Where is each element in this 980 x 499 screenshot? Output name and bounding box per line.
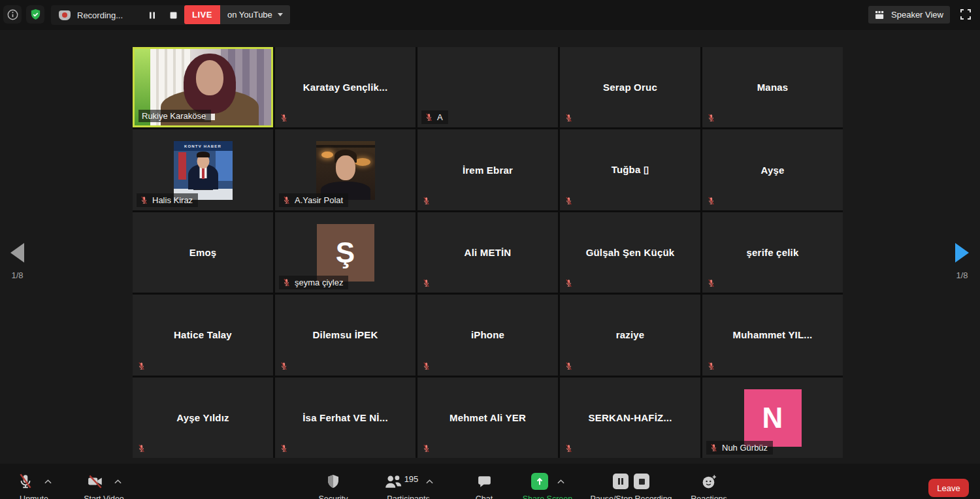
participant-tile[interactable]: N Nuh Gürbüz (702, 378, 843, 458)
speaker-view-button[interactable]: Speaker View (868, 6, 950, 24)
recording-icon (59, 10, 71, 20)
participant-name: Gülşah Şen Küçük (560, 212, 700, 293)
participant-tile[interactable]: Emoş (133, 212, 273, 293)
participant-name: Ayşe (702, 129, 843, 210)
chevron-up-icon[interactable] (114, 479, 122, 484)
live-destination-dropdown[interactable]: on YouTube (220, 5, 290, 24)
participant-name: raziye (560, 295, 700, 375)
participant-tile[interactable]: raziye (560, 295, 700, 375)
participant-avatar: Ş (317, 224, 374, 282)
participant-tile[interactable]: A (417, 47, 558, 127)
fullscreen-button[interactable] (959, 8, 972, 21)
participant-name: İrem Ebrar (417, 129, 558, 210)
participant-tile[interactable]: Ayşe (702, 129, 843, 210)
participant-tile[interactable]: İsa Ferhat VE Nİ... (275, 378, 416, 458)
participant-tile[interactable]: Mehmet Ali YER (417, 378, 558, 458)
muted-mic-icon (707, 361, 715, 371)
participant-name-label: Rukiye Karaköse (139, 110, 211, 122)
participants-count: 195 (404, 474, 419, 484)
share-screen-button[interactable]: Share Screen (511, 472, 584, 499)
encryption-status-button[interactable] (26, 5, 44, 24)
next-page-button[interactable]: 1/8 (955, 243, 969, 280)
recording-label: Recording... (77, 10, 123, 20)
recording-indicator: Recording... (51, 5, 188, 25)
unmute-button[interactable]: Unmute (0, 472, 68, 499)
participant-name: şerife çelik (702, 212, 843, 293)
participant-name: Mehmet Ali YER (417, 378, 558, 458)
muted-mic-icon (564, 361, 573, 371)
participant-tile[interactable]: Dilemsu İPEK (275, 295, 416, 375)
pause-stop-recording-control: Pause/Stop Recording (579, 472, 683, 499)
gallery-view-icon (875, 10, 886, 20)
chevron-down-icon (278, 13, 283, 16)
participant-tile[interactable]: KONTV HABER Halis Kiraz (133, 129, 273, 210)
participant-tile[interactable]: Hatice Talay (133, 295, 273, 375)
participant-tile[interactable]: Rukiye Karaköse (133, 47, 273, 127)
security-button[interactable]: Security (304, 472, 363, 499)
participant-tile[interactable]: Serap Oruc (560, 47, 700, 127)
chevron-up-icon[interactable] (44, 479, 52, 484)
participants-button[interactable]: 195 Participants (366, 472, 451, 499)
leave-button[interactable]: Leave (928, 479, 969, 497)
pause-recording-button[interactable] (613, 474, 629, 489)
stop-icon (170, 12, 177, 19)
arrow-left-icon (10, 243, 24, 263)
meeting-toolbar: Unmute Start Video Security 195 Particip… (0, 464, 980, 499)
muted-mic-icon (137, 443, 146, 453)
live-stream-control: LIVE on YouTube (184, 5, 290, 24)
participant-tile[interactable]: şerife çelik (702, 212, 843, 293)
mic-muted-icon (17, 473, 34, 490)
stop-recording-button[interactable] (634, 474, 649, 489)
participant-tile[interactable]: SERKAN-HAFİZ... (560, 378, 700, 458)
chat-button[interactable]: Chat (457, 472, 511, 499)
live-badge: LIVE (184, 5, 220, 24)
participant-tile[interactable]: Ali METİN (417, 212, 558, 293)
reactions-smiley-icon (701, 474, 717, 490)
participants-label: Participants (366, 494, 451, 499)
muted-mic-icon (280, 361, 288, 371)
participant-tile[interactable]: Karatay Gençlik... (275, 47, 416, 127)
muted-mic-icon (707, 278, 715, 288)
share-screen-label: Share Screen (511, 494, 584, 499)
stop-recording-button[interactable] (166, 8, 180, 22)
muted-mic-icon (137, 361, 146, 371)
participant-name: Serap Oruc (560, 47, 700, 127)
start-video-button[interactable]: Start Video (68, 472, 140, 499)
participant-avatar (316, 141, 375, 200)
participant-tile[interactable]: İrem Ebrar (417, 129, 558, 210)
participant-tile[interactable]: Manas (702, 47, 843, 127)
participant-tile[interactable]: Muhammet YIL... (702, 295, 843, 375)
participant-name: Hatice Talay (133, 295, 273, 375)
avatar-initial: Ş (336, 236, 355, 269)
muted-mic-icon (422, 361, 431, 371)
participant-tile[interactable]: Ş şeyma çiylez (275, 212, 416, 293)
participant-avatar: KONTV HABER (174, 141, 233, 200)
participant-name: Dilemsu İPEK (275, 295, 416, 375)
previous-page-button[interactable]: 1/8 (10, 243, 24, 280)
participant-name-label: şeyma çiylez (279, 276, 348, 289)
reactions-button[interactable]: Reactions (683, 472, 734, 499)
participant-tile[interactable]: iPhone (417, 295, 558, 375)
chevron-up-icon[interactable] (426, 479, 433, 484)
participant-tile[interactable]: A.Yasir Polat (275, 129, 416, 210)
speaker-view-label: Speaker View (891, 10, 943, 20)
participant-name: Muhammet YIL... (702, 295, 843, 375)
chevron-up-icon[interactable] (557, 479, 564, 484)
participant-tile[interactable]: Tuğba ▯ (560, 129, 700, 210)
info-icon (7, 8, 19, 21)
muted-mic-icon (425, 112, 433, 122)
muted-mic-icon (564, 196, 573, 206)
top-bar: Recording... LIVE on YouTube Speaker Vie… (0, 0, 980, 30)
muted-mic-icon (280, 443, 288, 453)
meeting-info-button[interactable] (3, 5, 22, 24)
participant-grid: Rukiye Karaköse Karatay Gençlik... A Ser… (133, 47, 843, 458)
participant-tile[interactable]: Gülşah Şen Küçük (560, 212, 700, 293)
chat-bubble-icon (476, 474, 493, 490)
reactions-label: Reactions (683, 494, 734, 499)
pause-recording-button[interactable] (145, 8, 159, 22)
shield-check-icon (29, 8, 42, 21)
participant-name: Ali METİN (417, 212, 558, 293)
participant-tile[interactable]: Ayşe Yıldız (133, 378, 273, 458)
start-video-label: Start Video (68, 494, 140, 499)
pause-stop-recording-label: Pause/Stop Recording (579, 494, 683, 499)
